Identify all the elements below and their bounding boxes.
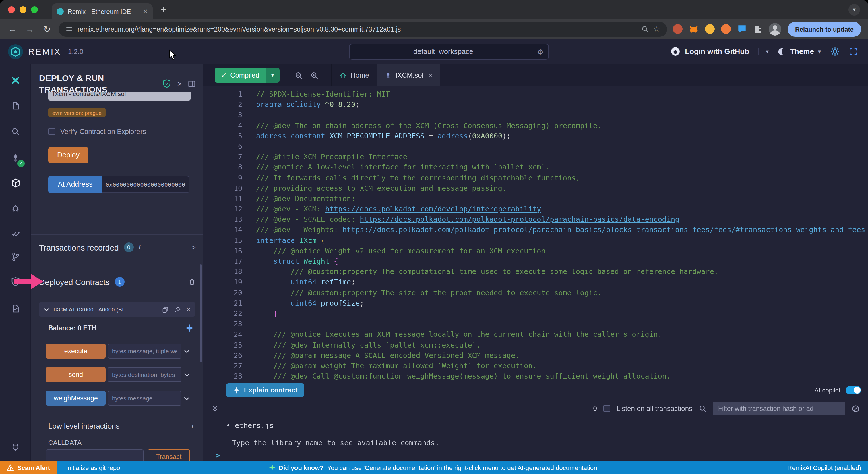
extensions-puzzle-icon[interactable] — [753, 24, 763, 34]
sidebar-icon-remix-ai[interactable] — [5, 70, 26, 91]
tab-close-icon[interactable]: × — [429, 71, 433, 79]
code-line: 26 /// @param message A SCALE-encoded Ve… — [203, 350, 868, 360]
ai-sparkle-icon[interactable] — [185, 324, 193, 332]
relaunch-button[interactable]: Relaunch to update — [787, 22, 861, 36]
info-icon[interactable]: i — [139, 243, 141, 251]
weighmessage-button[interactable]: weighMessage — [46, 391, 105, 406]
at-address-input[interactable] — [102, 176, 189, 193]
expand-args-icon[interactable] — [184, 348, 190, 354]
sidebar-icon-debugger[interactable] — [5, 198, 26, 218]
main-content: ✓ DEPLOY & — [0, 64, 868, 461]
forward-button[interactable]: → — [24, 24, 36, 34]
address-bar[interactable]: remix.ethereum.org/#lang=en&optimize&run… — [59, 22, 667, 36]
code-token: uint64 — [290, 278, 316, 287]
workspace-gear-icon[interactable]: ⚙ — [537, 48, 544, 56]
extension-icon-2[interactable] — [705, 24, 715, 34]
tab-search-button[interactable]: ▾ — [848, 4, 860, 15]
line-number: 7 — [203, 152, 242, 162]
verify-label: Verify Contract on Explorers — [60, 127, 146, 136]
scam-alert-badge[interactable]: Scam Alert — [0, 461, 57, 474]
plugin-manager-icon[interactable] — [5, 437, 26, 457]
extension-icon-1[interactable] — [673, 24, 683, 34]
zoom-icon[interactable] — [642, 25, 649, 33]
login-github-button[interactable]: Login with GitHub — [671, 47, 749, 56]
zoom-out-icon[interactable] — [294, 71, 303, 80]
sidebar-icon-solidity-compiler[interactable]: ✓ — [5, 148, 26, 168]
window-minimize-button[interactable] — [20, 6, 26, 13]
library-link[interactable]: ethers.js — [235, 421, 274, 430]
contract-select[interactable]: IXcm - contracts/IXCM.sol — [48, 92, 191, 100]
explain-contract-button[interactable]: Explain contract — [226, 383, 305, 397]
site-settings-icon[interactable] — [65, 25, 73, 33]
window-close-button[interactable] — [8, 6, 15, 13]
extension-icon-chat[interactable] — [737, 24, 747, 34]
info-icon[interactable]: i — [191, 422, 193, 430]
code-line: 2pragma solidity ^0.8.20; — [203, 99, 868, 110]
terminal-collapse-icon[interactable] — [211, 405, 219, 412]
sidebar-icon-contract-verification[interactable] — [5, 298, 26, 319]
sidebar-icon-file-explorer[interactable] — [5, 95, 26, 116]
tab-close-icon[interactable]: × — [143, 7, 148, 15]
sidebar-icon-deploy-run[interactable] — [5, 172, 26, 193]
expand-args-icon[interactable] — [184, 372, 190, 378]
at-address-button[interactable]: At Address — [48, 176, 102, 193]
compiled-dropdown-caret[interactable]: ▾ — [266, 68, 280, 83]
metamask-icon[interactable] — [689, 24, 699, 34]
github-icon — [671, 47, 680, 56]
workspace-selector[interactable]: default_workspace ⚙ — [349, 44, 549, 60]
settings-gear-icon[interactable] — [830, 47, 840, 56]
tab-ixcm-sol[interactable]: IXCM.sol × — [377, 64, 441, 86]
transact-button[interactable]: Transact — [148, 449, 190, 461]
code-token — [317, 278, 321, 287]
send-args-input[interactable] — [108, 367, 181, 382]
code-token: ; — [355, 100, 360, 109]
sidebar-icon-unit-testing[interactable] — [5, 223, 26, 244]
fullscreen-icon[interactable] — [849, 47, 858, 56]
clear-terminal-icon[interactable] — [851, 404, 860, 413]
sidebar-icon-search[interactable] — [5, 121, 26, 142]
line-number: 16 — [203, 246, 242, 256]
compiled-button[interactable]: ✓ Compiled — [215, 68, 266, 83]
execute-button[interactable]: execute — [46, 344, 105, 358]
expand-args-icon[interactable] — [184, 395, 190, 401]
copy-icon[interactable] — [162, 306, 169, 313]
send-button[interactable]: send — [46, 367, 105, 382]
theme-toggle[interactable]: Theme ▾ — [778, 47, 821, 56]
panel-collapse-icon[interactable]: > — [177, 80, 181, 88]
profile-avatar[interactable] — [769, 23, 781, 35]
listen-checkbox[interactable] — [603, 405, 610, 412]
ai-copilot-toggle[interactable] — [846, 386, 861, 394]
trash-icon[interactable] — [188, 278, 196, 286]
back-button[interactable]: ← — [7, 24, 19, 34]
filter-input[interactable] — [713, 402, 845, 415]
terminal-body[interactable]: • ethers.js Type the library name to see… — [203, 418, 868, 461]
execute-args-input[interactable] — [108, 344, 181, 358]
browser-tab[interactable]: Remix - Ethereum IDE × — [52, 3, 153, 19]
git-init-button[interactable]: Initialize as git repo — [66, 464, 120, 471]
weighmessage-args-input[interactable] — [108, 391, 181, 406]
sidebar-icon-git[interactable] — [5, 246, 26, 267]
pin-icon[interactable] — [174, 306, 181, 313]
extension-icon-3[interactable] — [721, 24, 731, 34]
url-text: remix.ethereum.org/#lang=en&optimize&run… — [78, 26, 637, 32]
new-tab-button[interactable]: + — [161, 4, 166, 14]
deployed-contract-item[interactable]: IXCM AT 0X000...A0000 (BL × — [39, 302, 195, 317]
tab-home[interactable]: Home — [331, 64, 377, 86]
transactions-expand-icon[interactable]: > — [192, 243, 196, 251]
login-dropdown-caret[interactable]: ▾ — [758, 48, 769, 55]
terminal-search-icon[interactable] — [699, 405, 707, 413]
verify-checkbox[interactable] — [48, 128, 55, 135]
deploy-button[interactable]: Deploy — [48, 147, 88, 163]
close-icon[interactable]: × — [186, 305, 191, 314]
calldata-input[interactable] — [46, 449, 144, 461]
mouse-cursor — [169, 50, 176, 60]
pin-panel-icon[interactable] — [188, 80, 196, 88]
window-zoom-button[interactable] — [31, 6, 38, 13]
zoom-in-icon[interactable] — [310, 71, 319, 80]
reload-button[interactable]: ↻ — [41, 24, 53, 34]
code-editor[interactable]: 1// SPDX-License-Identifier: MIT2pragma … — [203, 86, 868, 382]
code-token: address — [437, 131, 468, 140]
code-token: /// @custom:property The size of the pro… — [256, 288, 601, 297]
bookmark-star-icon[interactable]: ☆ — [654, 25, 660, 33]
panel-scrollbar[interactable] — [200, 264, 202, 362]
